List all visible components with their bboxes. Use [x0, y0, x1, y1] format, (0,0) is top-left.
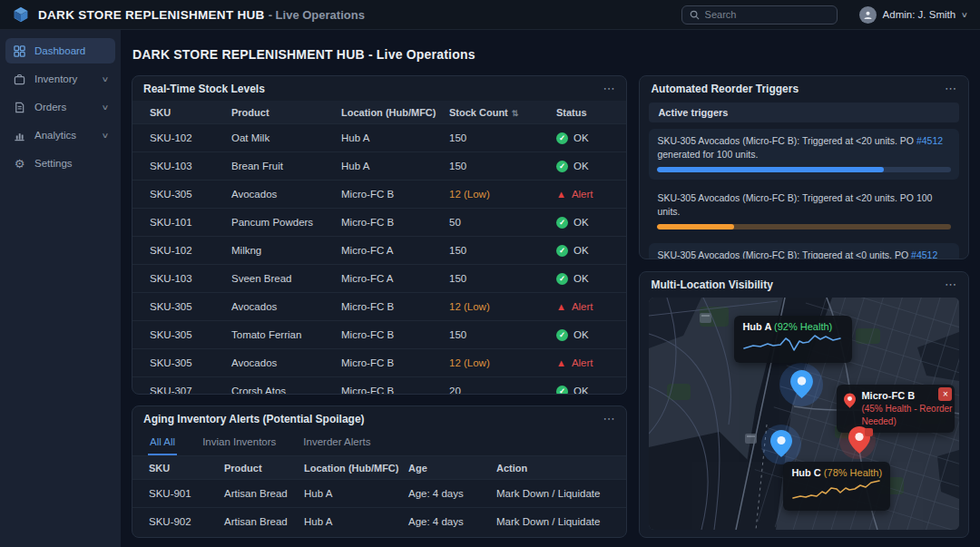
status-badge: ▲Alert — [556, 189, 626, 200]
sidebar-item-settings[interactable]: ⚙ Settings — [5, 151, 115, 176]
ok-icon: ✓ — [556, 329, 568, 341]
table-row[interactable]: SKU-102Oat MilkHub A150 ✓OK — [132, 123, 626, 151]
main-content: DARK STORE REPLENISHMENT HUB - Live Oper… — [121, 30, 980, 547]
trigger-progress-bar — [657, 167, 951, 172]
more-menu-icon[interactable]: ⋯ — [603, 415, 615, 423]
status-badge: ▲Alert — [556, 357, 626, 368]
action-link[interactable]: Mark Down / Liquidate — [496, 488, 626, 499]
po-link[interactable]: #4512 — [916, 135, 943, 146]
more-menu-icon[interactable]: ⋯ — [603, 85, 615, 93]
trigger-text: SKU-305 Avocados (Micro-FC B): Triggered… — [657, 134, 951, 161]
gear-icon: ⚙ — [13, 158, 26, 170]
table-row[interactable]: SKU-103Brean FruitHub A150 ✓OK — [132, 151, 626, 180]
hub-a-health: (92% Health) — [774, 321, 832, 332]
status-badge: ✓OK — [556, 386, 626, 396]
hub-c-sparkline — [791, 478, 882, 502]
aging-alerts-panel: Aging Inventory Alerts (Potential Spoila… — [132, 405, 627, 538]
status-badge: ▲Alert — [556, 301, 626, 312]
alert-icon: ▲ — [556, 190, 566, 200]
sidebar-item-inventory[interactable]: Inventory ∨ — [5, 66, 115, 92]
analytics-bars-icon — [13, 130, 26, 142]
hub-a-card: Hub A (92% Health) — [734, 316, 852, 363]
stock-table-header: SKU Product Location (Hub/MFC) Stock Cou… — [132, 101, 626, 123]
more-menu-icon[interactable]: ⋯ — [945, 85, 957, 93]
sidebar-item-label: Settings — [34, 158, 73, 169]
close-icon[interactable]: × — [938, 387, 952, 401]
status-badge: ✓OK — [556, 329, 626, 341]
trigger-text: SKU-305 Avocados (Micro-FC B): Triggered… — [657, 249, 951, 259]
po-link[interactable]: #4512 — [911, 249, 937, 259]
sidebar: Dashboard Inventory ∨ Orders ∨ Analytics… — [0, 30, 121, 547]
aging-panel-title: Aging Inventory Alerts (Potential Spoila… — [143, 413, 365, 425]
tab-all[interactable]: All All — [148, 433, 177, 455]
table-row[interactable]: SKU-305AvocadosMicro-FC B12 (Low) ▲Alert — [132, 180, 626, 208]
user-menu[interactable]: Admin: J. Smith ∨ — [859, 6, 967, 24]
col-stock[interactable]: Stock Count⇅ — [449, 107, 556, 118]
status-badge: ✓OK — [556, 161, 626, 172]
sidebar-item-label: Inventory — [34, 73, 77, 84]
chevron-down-icon: ∨ — [102, 132, 110, 140]
chevron-down-icon: ∨ — [961, 11, 968, 19]
table-row[interactable]: SKU-102MilkngMicro-FC A150 ✓OK — [132, 236, 626, 264]
sidebar-item-dashboard[interactable]: Dashboard — [5, 38, 115, 63]
micro-fc-b-pin[interactable] — [848, 426, 870, 457]
avatar — [859, 6, 877, 24]
col-product: Product — [224, 463, 304, 474]
col-location: Location (Hub/MFC) — [304, 463, 408, 474]
alert-icon: ▲ — [556, 302, 566, 312]
search-box[interactable] — [681, 5, 838, 24]
table-row[interactable]: SKU-103Sveen BreadMicro-FC A150 ✓OK — [132, 264, 626, 292]
hub-c-health: (78% Health) — [824, 467, 882, 478]
ok-icon: ✓ — [556, 245, 568, 257]
trigger-progress-bar — [657, 224, 951, 230]
table-row[interactable]: SKU-305Tomato FerrianMicro-FC B150 ✓OK — [132, 320, 626, 348]
tab-inverder-alerts[interactable]: Inverder Alerts — [301, 433, 372, 455]
hub-c-pin[interactable] — [770, 430, 792, 461]
map[interactable]: Hub A (92% Health) Micro- — [649, 298, 959, 530]
action-link[interactable]: Mark Down / Liquidate — [496, 516, 626, 527]
sidebar-item-analytics[interactable]: Analytics ∨ — [5, 122, 115, 148]
search-input[interactable] — [705, 9, 829, 20]
hub-a-pin[interactable] — [790, 370, 813, 402]
table-row[interactable]: SKU-307Crorsh AtosMicro-FC B20 ✓OK — [132, 376, 626, 395]
map-panel: Multi-Location Visibility ⋯ — [639, 271, 969, 538]
micro-fc-b-name: Micro-FC B — [861, 390, 946, 401]
user-label: Admin: J. Smith — [883, 9, 956, 20]
status-badge: ✓OK — [556, 132, 626, 144]
orders-document-icon — [13, 102, 26, 113]
status-badge: ✓OK — [556, 217, 626, 229]
ok-icon: ✓ — [556, 161, 568, 172]
alert-icon: ▲ — [556, 358, 566, 368]
reorder-panel-title: Automated Reorder Triggers — [651, 83, 799, 95]
tab-invian-inventors[interactable]: Invian Inventors — [201, 433, 278, 455]
sort-icon: ⇅ — [512, 109, 519, 118]
inventory-box-icon — [13, 73, 26, 85]
micro-fc-b-health: (45% Health - Reorder Needed) — [861, 403, 954, 427]
app-subtitle: - Live Operations — [269, 8, 365, 22]
sidebar-item-orders[interactable]: Orders ∨ — [5, 94, 115, 120]
topbar: DARK STORE REPLENISHMENT HUB- Live Opera… — [0, 0, 980, 30]
map-poi-icon — [700, 313, 711, 323]
table-row[interactable]: SKU-902Artisan BreadHub AAge: 4 days Mar… — [132, 507, 626, 535]
sidebar-item-label: Analytics — [34, 130, 76, 141]
more-menu-icon[interactable]: ⋯ — [945, 281, 957, 288]
table-row[interactable]: SKU-901Artisan BreadHub AAge: 4 days Mar… — [132, 479, 626, 507]
trigger-text: SKU-305 Avocados (Micro-FC B): Triggered… — [657, 191, 951, 219]
table-row[interactable]: SKU-305AvocadosMicro-FC B12 (Low) ▲Alert — [132, 292, 626, 320]
col-sku: SKU — [150, 107, 231, 118]
col-action: Action — [496, 463, 626, 474]
trigger-item: SKU-305 Avocados (Micro-FC B): Triggered… — [649, 243, 959, 259]
page-title: DARK STORE REPLENISHMENT HUB - Live Oper… — [132, 47, 969, 62]
table-row[interactable]: SKU-305AvocadosMicro-FC B12 (Low) ▲Alert — [132, 348, 626, 376]
chevron-down-icon: ∨ — [102, 103, 110, 112]
trigger-item: SKU-305 Avocados (Micro-FC B): Triggered… — [649, 129, 959, 180]
map-panel-title: Multi-Location Visibility — [651, 278, 772, 291]
active-triggers-subheader: Active triggers — [649, 103, 959, 122]
sidebar-item-label: Orders — [34, 102, 66, 112]
app-title: DARK STORE REPLENISHMENT HUB — [38, 8, 265, 22]
stock-levels-panel: Real-Time Stock Levels ⋯ SKU Product Loc… — [132, 75, 627, 395]
table-row[interactable]: SKU-101Pancum PowdersMicro-FC B50 ✓OK — [132, 208, 626, 236]
status-badge: ✓OK — [556, 273, 626, 285]
col-age: Age — [408, 463, 496, 474]
red-pin-icon — [844, 393, 856, 412]
